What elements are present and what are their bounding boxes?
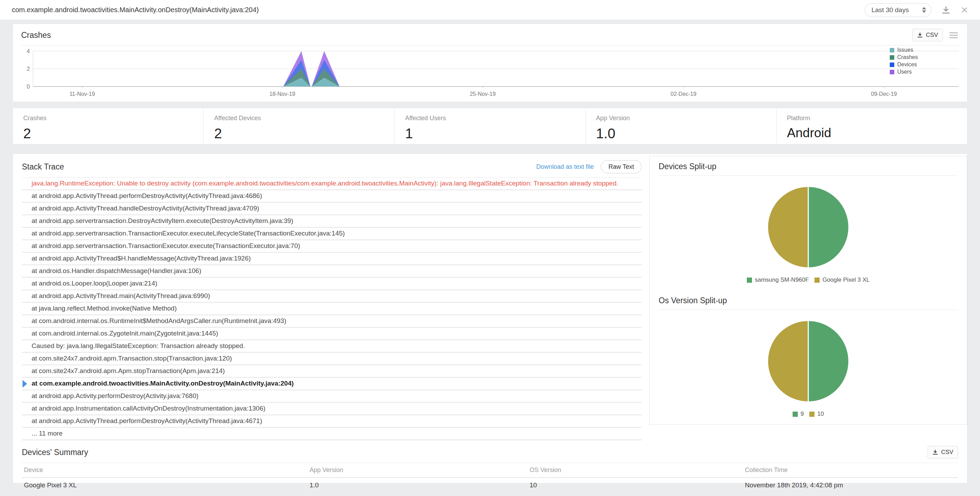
stack-frame-text: at android.app.ActivityThread.performDes… xyxy=(32,192,262,199)
legend-item[interactable]: Users xyxy=(890,69,918,75)
stat-platform: Platform Android xyxy=(776,108,967,144)
stack-frame[interactable]: at android.app.ActivityThread.performDes… xyxy=(22,415,642,428)
stat-label: App Version xyxy=(596,115,766,122)
topbar-actions: Last 30 days ✕ xyxy=(865,3,968,17)
svg-text:11-Nov-19: 11-Nov-19 xyxy=(69,91,95,97)
summary-cell: Google Pixel 3 XL xyxy=(22,478,307,493)
os-splitup-pie[interactable] xyxy=(766,319,851,403)
stat-affected-devices: Affected Devices 2 xyxy=(204,108,394,144)
chart-menu-icon[interactable] xyxy=(948,31,959,39)
stack-frame[interactable]: at android.app.Instrumentation.callActiv… xyxy=(22,403,642,415)
stat-app-version: App Version 1.0 xyxy=(585,108,776,144)
legend-item[interactable]: samsung SM-N960F xyxy=(747,276,809,284)
os-splitup-legend: 910 xyxy=(659,411,958,418)
stack-frame[interactable]: Caused by: java.lang.IllegalStateExcepti… xyxy=(22,340,642,353)
stack-frame[interactable]: at android.app.servertransaction.Transac… xyxy=(22,240,642,253)
legend-item[interactable]: Google Pixel 3 XL xyxy=(815,276,870,284)
stack-frame[interactable]: at com.site24x7.android.apm.Transaction.… xyxy=(22,353,642,365)
stack-frame-text: at android.app.servertransaction.Transac… xyxy=(32,242,300,249)
stack-frame[interactable]: at android.os.Handler.dispatchMessage(Ha… xyxy=(22,265,642,278)
svg-text:02-Dec-19: 02-Dec-19 xyxy=(670,91,697,97)
legend-item[interactable]: Devices xyxy=(890,62,918,68)
summary-cell: samsung SM-N960F xyxy=(22,494,307,496)
stack-frame[interactable]: at com.site24x7.android.apm.Apm.stopTran… xyxy=(22,365,642,378)
legend-item[interactable]: 9 xyxy=(792,411,804,418)
close-glyph: ✕ xyxy=(961,6,968,14)
stack-frame-text: at com.android.internal.os.RuntimeInit$M… xyxy=(32,317,286,324)
stack-frame[interactable]: at com.android.internal.os.RuntimeInit$M… xyxy=(22,316,642,328)
stack-frame[interactable]: at android.app.ActivityThread.performDes… xyxy=(22,190,642,203)
csv-download-icon xyxy=(932,450,938,455)
summary-csv-button[interactable]: CSV xyxy=(928,446,958,458)
stack-trace-title: Stack Trace xyxy=(22,162,64,172)
summary-cell: 1.0 xyxy=(307,478,528,493)
legend-item[interactable]: 10 xyxy=(809,411,824,418)
close-icon[interactable]: ✕ xyxy=(961,6,968,14)
stack-frame[interactable]: at java.lang.reflect.Method.invoke(Nativ… xyxy=(22,303,642,316)
stack-frame[interactable]: at com.android.internal.os.ZygoteInit.ma… xyxy=(22,328,642,340)
stack-frame-text: at com.android.internal.os.ZygoteInit.ma… xyxy=(32,330,218,337)
stack-frame-text: at android.app.ActivityThread.performDes… xyxy=(32,417,262,424)
stat-label: Affected Users xyxy=(405,115,575,122)
download-icon[interactable] xyxy=(942,6,950,14)
svg-text:2: 2 xyxy=(27,66,30,72)
summary-table-row[interactable]: Google Pixel 3 XL1.010November 18th 2019… xyxy=(22,478,958,494)
devices-summary-title: Devices' Summary xyxy=(22,448,88,457)
devices-splitup-pie[interactable] xyxy=(766,185,851,270)
summary-cell: 1.0 xyxy=(307,494,528,496)
devices-summary-table: DeviceApp VersionOS VersionCollection Ti… xyxy=(22,463,958,496)
current-frame-arrow-icon xyxy=(22,380,27,388)
stack-frame-list: java.lang.RuntimeException: Unable to de… xyxy=(22,178,642,440)
summary-column-header: Device xyxy=(22,463,307,477)
stack-trace-section: Stack Trace Download as text file Raw Te… xyxy=(13,154,649,440)
stack-frame[interactable]: ... 11 more xyxy=(22,428,642,440)
svg-text:4: 4 xyxy=(27,48,30,54)
stats-card: Crashes 2 Affected Devices 2 Affected Us… xyxy=(13,108,967,145)
raw-text-button[interactable]: Raw Text xyxy=(601,160,642,173)
legend-label: samsung SM-N960F xyxy=(755,276,809,284)
select-arrows-icon xyxy=(922,7,926,13)
csv-download-icon xyxy=(917,32,923,38)
stack-frame[interactable]: at android.app.servertransaction.Transac… xyxy=(22,228,642,240)
crashes-area-chart[interactable]: 02411-Nov-1918-Nov-1925-Nov-1902-Dec-190… xyxy=(21,47,959,100)
svg-text:25-Nov-19: 25-Nov-19 xyxy=(470,91,496,97)
stack-frame-text: ... 11 more xyxy=(32,430,62,437)
stack-frame[interactable]: at android.app.ActivityThread$H.handleMe… xyxy=(22,253,642,265)
crashes-chart-legend: IssuesCrashesDevicesUsers xyxy=(890,47,918,75)
stack-frame-text: at com.example.android.twoactivities.Mai… xyxy=(32,380,294,387)
summary-cell: 10 xyxy=(528,478,743,493)
stat-label: Platform xyxy=(787,115,957,122)
stat-crashes: Crashes 2 xyxy=(13,108,204,144)
stack-frame[interactable]: at android.app.ActivityThread.main(Activ… xyxy=(22,290,642,303)
time-range-select[interactable]: Last 30 days xyxy=(865,3,931,17)
legend-label: 10 xyxy=(817,411,824,418)
csv-label: CSV xyxy=(926,32,938,38)
legend-item[interactable]: Issues xyxy=(890,47,918,53)
crashes-csv-button[interactable]: CSV xyxy=(912,29,943,41)
summary-column-header: App Version xyxy=(307,463,528,477)
stack-frame-text: Caused by: java.lang.IllegalStateExcepti… xyxy=(32,342,245,349)
summary-column-header: Collection Time xyxy=(743,463,958,477)
download-text-link[interactable]: Download as text file xyxy=(536,163,594,171)
stack-frame[interactable]: at android.os.Looper.loop(Looper.java:21… xyxy=(22,278,642,290)
summary-column-header: OS Version xyxy=(528,463,743,477)
stack-frame[interactable]: at android.app.servertransaction.Destroy… xyxy=(22,215,642,228)
summary-table-row[interactable]: samsung SM-N960F1.09November 18th 2019, … xyxy=(22,494,958,496)
crashes-chart-header: Crashes CSV xyxy=(21,29,959,46)
summary-header-row: DeviceApp VersionOS VersionCollection Ti… xyxy=(22,463,958,478)
stat-value: 1 xyxy=(405,126,575,141)
legend-label: 9 xyxy=(800,411,804,418)
stat-value: 2 xyxy=(214,126,384,141)
stat-value: Android xyxy=(787,126,957,140)
summary-cell: November 18th 2019, 4:42:08 pm xyxy=(743,478,958,493)
stack-frame[interactable]: java.lang.RuntimeException: Unable to de… xyxy=(22,178,642,190)
csv-label: CSV xyxy=(941,449,953,456)
stat-label: Crashes xyxy=(23,115,193,122)
crashes-chart-title: Crashes xyxy=(21,30,51,40)
stack-frame[interactable]: at com.example.android.twoactivities.Mai… xyxy=(22,378,642,391)
stack-frame[interactable]: at android.app.Activity.performDestroy(A… xyxy=(22,391,642,403)
stack-frame-text: at android.app.Activity.performDestroy(A… xyxy=(32,392,199,399)
legend-label: Crashes xyxy=(897,54,918,61)
legend-item[interactable]: Crashes xyxy=(890,54,918,61)
stack-frame[interactable]: at android.app.ActivityThread.handleDest… xyxy=(22,203,642,215)
